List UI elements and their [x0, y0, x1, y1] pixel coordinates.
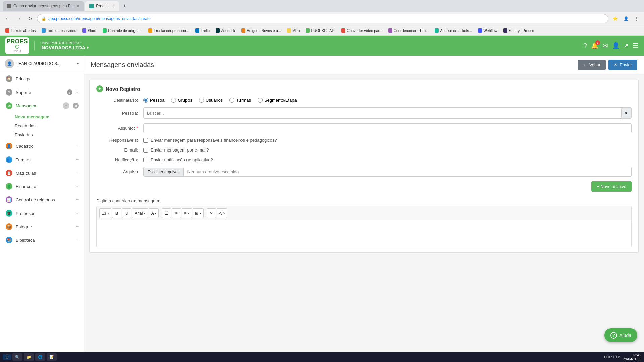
- radio-segmento-input[interactable]: [258, 98, 263, 103]
- expand-icon[interactable]: +: [76, 143, 79, 149]
- tab-1[interactable]: Como enviar mensagens pelo P... ✕: [3, 1, 84, 11]
- sidebar-item-professor[interactable]: 🎓 Professor +: [0, 206, 84, 220]
- sidebar-item-recebidas[interactable]: Recebidas: [15, 121, 84, 130]
- collapse-icon[interactable]: −: [63, 102, 69, 109]
- list-ul-button[interactable]: ☰: [162, 208, 171, 218]
- back-button[interactable]: ← Voltar: [578, 60, 606, 70]
- pessoa-search-input[interactable]: [147, 111, 628, 116]
- taskbar-search[interactable]: 🔍: [12, 353, 22, 361]
- menu-icon[interactable]: ☰: [633, 42, 639, 50]
- underline-button[interactable]: U: [122, 208, 131, 218]
- sidebar-item-principal[interactable]: 🏠 Principal: [0, 72, 84, 85]
- code-button[interactable]: </>: [217, 208, 227, 218]
- bookmark-proesc-api[interactable]: PROESC | API: [303, 28, 338, 33]
- bookmark-analise[interactable]: Analise de tickets...: [432, 28, 475, 33]
- tab2-close[interactable]: ✕: [112, 4, 115, 8]
- sidebar-item-nova-mensagem[interactable]: Nova mensagem: [15, 112, 84, 121]
- bookmark-tickets-abertos[interactable]: Tickets abertos: [3, 28, 38, 33]
- expand-icon[interactable]: +: [76, 224, 79, 230]
- back-nav-button[interactable]: ←: [3, 14, 12, 23]
- expand-icon[interactable]: +: [76, 210, 79, 216]
- bookmark-slack[interactable]: Slack: [79, 28, 99, 33]
- expand-icon[interactable]: +: [76, 197, 79, 203]
- font-color-dropdown[interactable]: A ▾: [149, 208, 159, 218]
- sidebar-item-suporte[interactable]: ? Suporte ? +: [0, 85, 84, 99]
- list-ol-button[interactable]: ≡: [172, 208, 181, 218]
- help-icon[interactable]: ?: [583, 42, 587, 50]
- reload-button[interactable]: ↻: [25, 14, 35, 23]
- radio-grupos-input[interactable]: [171, 98, 176, 103]
- notificacao-checkbox-input[interactable]: [143, 158, 148, 162]
- email-checkbox-input[interactable]: [143, 148, 148, 153]
- radio-turmas-input[interactable]: [229, 98, 234, 103]
- font-family-dropdown[interactable]: Arial ▾: [132, 208, 148, 218]
- sidebar-item-matriculas[interactable]: 📋 Matrículas +: [0, 166, 84, 180]
- expand-icon[interactable]: +: [76, 237, 79, 243]
- radio-usuarios[interactable]: Usuários: [199, 98, 223, 103]
- expand-icon[interactable]: +: [76, 157, 79, 163]
- bookmark-sentry[interactable]: Sentry | Proesc: [501, 28, 537, 33]
- radio-usuarios-input[interactable]: [199, 98, 204, 103]
- notificacao-checkbox[interactable]: Enviar notificação no aplicativo?: [143, 157, 632, 162]
- pessoa-dropdown-btn[interactable]: ▾: [621, 108, 631, 118]
- align-dropdown[interactable]: ≡ ▾: [182, 208, 192, 218]
- taskbar-vscode[interactable]: 📝: [47, 353, 57, 361]
- bookmark-converter[interactable]: Converter vídeo par...: [339, 28, 385, 33]
- font-size-dropdown[interactable]: 13 ▾: [99, 208, 111, 218]
- sidebar-item-cadastro[interactable]: 👤 Cadastro +: [0, 139, 84, 153]
- expand-icon[interactable]: +: [76, 183, 79, 189]
- bookmark-freelancer[interactable]: Freelancer profissio...: [146, 28, 192, 33]
- radio-pessoa-input[interactable]: [143, 98, 148, 103]
- sidebar-item-central-relatorios[interactable]: 📊 Central de relatórios +: [0, 193, 84, 206]
- user-bar[interactable]: 👤 JEAN CLAUDIO DO S... ▾: [0, 56, 84, 72]
- mail-icon[interactable]: ✉: [602, 42, 608, 50]
- bookmark-tickets-resolvidos[interactable]: Tickets resolvidos: [39, 28, 79, 33]
- sidebar-item-estoque[interactable]: 📦 Estoque +: [0, 220, 84, 233]
- bookmark-coordenacao[interactable]: Coordenação – Pro...: [386, 28, 432, 33]
- bookmark-controle[interactable]: Controle de artigos...: [100, 28, 145, 33]
- send-button[interactable]: ✉ Enviar: [608, 60, 637, 70]
- responsaveis-checkbox[interactable]: Enviar mensagem para responsáveis financ…: [143, 138, 632, 143]
- forward-icon[interactable]: ↗: [624, 42, 629, 49]
- responsaveis-checkbox-input[interactable]: [143, 138, 148, 143]
- radio-segmento[interactable]: Segmento/Etapa: [258, 98, 297, 103]
- taskbar-explorer[interactable]: 📁: [24, 353, 34, 361]
- sidebar-item-biblioteca[interactable]: 📚 Biblioteca +: [0, 233, 84, 247]
- sidebar-item-turmas[interactable]: 👥 Turmas +: [0, 153, 84, 166]
- profile-button[interactable]: 👤: [621, 14, 631, 23]
- email-checkbox[interactable]: Enviar mensagem por e-mail?: [143, 147, 632, 153]
- address-bar[interactable]: 🔒 app.proesc.com/mensagem/mensagens_envi…: [37, 14, 608, 23]
- radio-pessoa[interactable]: Pessoa: [143, 98, 164, 103]
- bookmark-webflow[interactable]: Webflow: [475, 28, 500, 33]
- table-dropdown[interactable]: ⊞ ▾: [193, 208, 204, 218]
- sidebar-collapse-btn[interactable]: ◀: [73, 103, 79, 109]
- choose-files-button[interactable]: Escolher arquivos: [144, 168, 184, 176]
- bold-button[interactable]: B: [112, 208, 121, 218]
- notification-icon[interactable]: 🔔 1: [591, 42, 598, 49]
- taskbar-start-button[interactable]: ⊞: [3, 354, 11, 360]
- assunto-input[interactable]: [143, 123, 632, 133]
- sidebar-item-financeiro[interactable]: 💲 Financeiro +: [0, 180, 84, 193]
- tab-2[interactable]: Proesc ✕: [85, 1, 119, 11]
- extensions-button[interactable]: ⭐: [610, 14, 620, 23]
- new-tab-button[interactable]: +: [120, 2, 129, 10]
- taskbar-chrome[interactable]: 🌐: [35, 353, 45, 361]
- eraser-button[interactable]: ✕: [207, 208, 216, 218]
- message-editor[interactable]: [96, 220, 632, 247]
- bookmark-artigos[interactable]: Artigos - Novos e a...: [238, 28, 284, 33]
- radio-grupos[interactable]: Grupos: [171, 98, 192, 103]
- sidebar-item-mensagem[interactable]: ✉ Mensagem − ◀: [0, 99, 84, 112]
- bookmark-zendesk[interactable]: Zendesk: [213, 28, 238, 33]
- university-chevron-icon[interactable]: ▾: [87, 45, 89, 50]
- forward-nav-button[interactable]: →: [14, 14, 23, 23]
- user-chevron-icon[interactable]: ▾: [77, 62, 79, 66]
- pessoa-select[interactable]: ▾: [143, 107, 632, 119]
- expand-icon[interactable]: +: [76, 89, 79, 95]
- user-icon[interactable]: 👤: [612, 42, 620, 49]
- sidebar-item-enviadas[interactable]: Enviadas: [15, 130, 84, 139]
- menu-button[interactable]: ⋮: [632, 14, 641, 23]
- radio-turmas[interactable]: Turmas: [229, 98, 251, 103]
- tab1-close[interactable]: ✕: [77, 4, 80, 8]
- bookmark-trello[interactable]: Trello: [193, 28, 212, 33]
- new-file-button[interactable]: + Novo arquivo: [591, 181, 632, 192]
